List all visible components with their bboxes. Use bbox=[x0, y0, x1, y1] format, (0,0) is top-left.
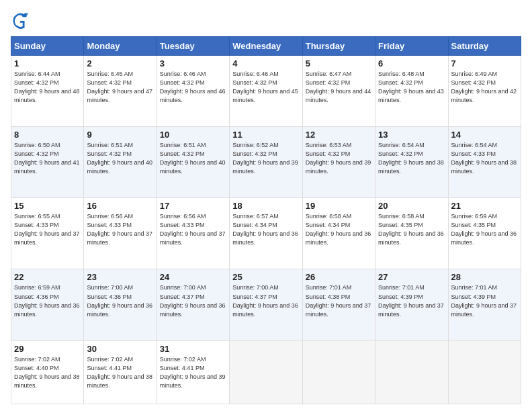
day-number: 30 bbox=[87, 344, 153, 354]
logo-icon bbox=[11, 11, 30, 30]
day-info: Sunrise: 7:01 AM Sunset: 4:39 PM Dayligh… bbox=[378, 283, 445, 318]
day-number: 14 bbox=[451, 130, 518, 140]
weekday-header-tuesday: Tuesday bbox=[157, 37, 229, 56]
day-number: 22 bbox=[14, 272, 81, 282]
weekday-header-saturday: Saturday bbox=[448, 37, 521, 56]
calendar-cell bbox=[375, 340, 448, 404]
weekday-header-thursday: Thursday bbox=[302, 37, 375, 56]
calendar-week-row: 15 Sunrise: 6:55 AM Sunset: 4:33 PM Dayl… bbox=[11, 198, 521, 269]
day-info: Sunrise: 6:57 AM Sunset: 4:34 PM Dayligh… bbox=[232, 212, 299, 247]
day-info: Sunrise: 7:00 AM Sunset: 4:36 PM Dayligh… bbox=[87, 283, 153, 318]
day-number: 1 bbox=[14, 58, 81, 68]
calendar-cell: 3 Sunrise: 6:46 AM Sunset: 4:32 PM Dayli… bbox=[157, 56, 229, 127]
day-number: 7 bbox=[451, 58, 518, 68]
day-info: Sunrise: 6:47 AM Sunset: 4:32 PM Dayligh… bbox=[306, 70, 372, 105]
day-info: Sunrise: 6:45 AM Sunset: 4:32 PM Dayligh… bbox=[87, 70, 153, 105]
day-info: Sunrise: 6:55 AM Sunset: 4:33 PM Dayligh… bbox=[14, 212, 81, 247]
day-info: Sunrise: 6:49 AM Sunset: 4:32 PM Dayligh… bbox=[451, 70, 518, 105]
day-number: 25 bbox=[232, 272, 299, 282]
day-number: 20 bbox=[378, 201, 445, 211]
day-number: 3 bbox=[160, 58, 226, 68]
day-info: Sunrise: 6:56 AM Sunset: 4:33 PM Dayligh… bbox=[87, 212, 153, 247]
day-number: 13 bbox=[378, 130, 445, 140]
calendar-cell: 24 Sunrise: 7:00 AM Sunset: 4:37 PM Dayl… bbox=[157, 269, 229, 340]
day-number: 5 bbox=[306, 58, 372, 68]
day-info: Sunrise: 6:54 AM Sunset: 4:33 PM Dayligh… bbox=[451, 141, 518, 176]
day-info: Sunrise: 6:44 AM Sunset: 4:32 PM Dayligh… bbox=[14, 70, 81, 105]
day-info: Sunrise: 7:00 AM Sunset: 4:37 PM Dayligh… bbox=[232, 283, 299, 318]
calendar-cell: 5 Sunrise: 6:47 AM Sunset: 4:32 PM Dayli… bbox=[302, 56, 375, 127]
day-info: Sunrise: 6:54 AM Sunset: 4:32 PM Dayligh… bbox=[378, 141, 445, 176]
calendar-week-row: 1 Sunrise: 6:44 AM Sunset: 4:32 PM Dayli… bbox=[11, 56, 521, 127]
calendar-cell: 25 Sunrise: 7:00 AM Sunset: 4:37 PM Dayl… bbox=[230, 269, 302, 340]
calendar-cell: 21 Sunrise: 6:59 AM Sunset: 4:35 PM Dayl… bbox=[448, 198, 521, 269]
day-number: 23 bbox=[87, 272, 153, 282]
day-number: 12 bbox=[306, 130, 372, 140]
day-number: 8 bbox=[14, 130, 81, 140]
day-number: 4 bbox=[232, 58, 299, 68]
weekday-header-wednesday: Wednesday bbox=[230, 37, 302, 56]
day-number: 18 bbox=[232, 201, 299, 211]
calendar-cell bbox=[230, 340, 302, 404]
day-info: Sunrise: 6:59 AM Sunset: 4:36 PM Dayligh… bbox=[14, 283, 81, 318]
day-number: 6 bbox=[378, 58, 445, 68]
day-info: Sunrise: 6:53 AM Sunset: 4:32 PM Dayligh… bbox=[306, 141, 372, 176]
calendar-cell: 7 Sunrise: 6:49 AM Sunset: 4:32 PM Dayli… bbox=[448, 56, 521, 127]
calendar-cell: 12 Sunrise: 6:53 AM Sunset: 4:32 PM Dayl… bbox=[302, 127, 375, 198]
day-number: 11 bbox=[232, 130, 299, 140]
day-number: 26 bbox=[306, 272, 372, 282]
calendar-week-row: 29 Sunrise: 7:02 AM Sunset: 4:40 PM Dayl… bbox=[11, 340, 521, 404]
day-number: 21 bbox=[451, 201, 518, 211]
page: SundayMondayTuesdayWednesdayThursdayFrid… bbox=[0, 0, 532, 411]
logo bbox=[11, 11, 32, 30]
day-number: 28 bbox=[451, 272, 518, 282]
calendar-cell: 8 Sunrise: 6:50 AM Sunset: 4:32 PM Dayli… bbox=[11, 127, 84, 198]
calendar-cell: 2 Sunrise: 6:45 AM Sunset: 4:32 PM Dayli… bbox=[84, 56, 157, 127]
weekday-header-row: SundayMondayTuesdayWednesdayThursdayFrid… bbox=[11, 37, 521, 56]
calendar-cell: 20 Sunrise: 6:58 AM Sunset: 4:35 PM Dayl… bbox=[375, 198, 448, 269]
calendar-table: SundayMondayTuesdayWednesdayThursdayFrid… bbox=[11, 36, 521, 404]
calendar-cell: 31 Sunrise: 7:02 AM Sunset: 4:41 PM Dayl… bbox=[157, 340, 229, 404]
calendar-cell: 16 Sunrise: 6:56 AM Sunset: 4:33 PM Dayl… bbox=[84, 198, 157, 269]
calendar-cell: 4 Sunrise: 6:46 AM Sunset: 4:32 PM Dayli… bbox=[230, 56, 302, 127]
day-info: Sunrise: 6:56 AM Sunset: 4:33 PM Dayligh… bbox=[160, 212, 226, 247]
day-number: 19 bbox=[306, 201, 372, 211]
day-number: 10 bbox=[160, 130, 226, 140]
calendar-cell: 30 Sunrise: 7:02 AM Sunset: 4:41 PM Dayl… bbox=[84, 340, 157, 404]
day-number: 9 bbox=[87, 130, 153, 140]
calendar-cell: 29 Sunrise: 7:02 AM Sunset: 4:40 PM Dayl… bbox=[11, 340, 84, 404]
weekday-header-sunday: Sunday bbox=[11, 37, 84, 56]
calendar-cell: 11 Sunrise: 6:52 AM Sunset: 4:32 PM Dayl… bbox=[230, 127, 302, 198]
day-number: 31 bbox=[160, 344, 226, 354]
day-info: Sunrise: 6:46 AM Sunset: 4:32 PM Dayligh… bbox=[160, 70, 226, 105]
day-info: Sunrise: 7:01 AM Sunset: 4:39 PM Dayligh… bbox=[451, 283, 518, 318]
calendar-cell: 18 Sunrise: 6:57 AM Sunset: 4:34 PM Dayl… bbox=[230, 198, 302, 269]
day-info: Sunrise: 6:59 AM Sunset: 4:35 PM Dayligh… bbox=[451, 212, 518, 247]
calendar-cell: 22 Sunrise: 6:59 AM Sunset: 4:36 PM Dayl… bbox=[11, 269, 84, 340]
calendar-cell: 23 Sunrise: 7:00 AM Sunset: 4:36 PM Dayl… bbox=[84, 269, 157, 340]
calendar-cell: 28 Sunrise: 7:01 AM Sunset: 4:39 PM Dayl… bbox=[448, 269, 521, 340]
day-number: 27 bbox=[378, 272, 445, 282]
calendar-cell: 1 Sunrise: 6:44 AM Sunset: 4:32 PM Dayli… bbox=[11, 56, 84, 127]
header bbox=[11, 11, 521, 30]
calendar-cell: 6 Sunrise: 6:48 AM Sunset: 4:32 PM Dayli… bbox=[375, 56, 448, 127]
day-number: 2 bbox=[87, 58, 153, 68]
calendar-cell: 9 Sunrise: 6:51 AM Sunset: 4:32 PM Dayli… bbox=[84, 127, 157, 198]
calendar-cell: 26 Sunrise: 7:01 AM Sunset: 4:38 PM Dayl… bbox=[302, 269, 375, 340]
calendar-cell: 15 Sunrise: 6:55 AM Sunset: 4:33 PM Dayl… bbox=[11, 198, 84, 269]
calendar-cell bbox=[302, 340, 375, 404]
day-info: Sunrise: 7:01 AM Sunset: 4:38 PM Dayligh… bbox=[306, 283, 372, 318]
weekday-header-friday: Friday bbox=[375, 37, 448, 56]
calendar-cell: 13 Sunrise: 6:54 AM Sunset: 4:32 PM Dayl… bbox=[375, 127, 448, 198]
calendar-cell: 14 Sunrise: 6:54 AM Sunset: 4:33 PM Dayl… bbox=[448, 127, 521, 198]
day-info: Sunrise: 7:02 AM Sunset: 4:40 PM Dayligh… bbox=[14, 355, 81, 390]
day-info: Sunrise: 6:51 AM Sunset: 4:32 PM Dayligh… bbox=[87, 141, 153, 176]
day-number: 17 bbox=[160, 201, 226, 211]
day-info: Sunrise: 7:00 AM Sunset: 4:37 PM Dayligh… bbox=[160, 283, 226, 318]
day-info: Sunrise: 6:51 AM Sunset: 4:32 PM Dayligh… bbox=[160, 141, 226, 176]
calendar-cell: 10 Sunrise: 6:51 AM Sunset: 4:32 PM Dayl… bbox=[157, 127, 229, 198]
day-info: Sunrise: 6:58 AM Sunset: 4:34 PM Dayligh… bbox=[306, 212, 372, 247]
day-info: Sunrise: 6:50 AM Sunset: 4:32 PM Dayligh… bbox=[14, 141, 81, 176]
calendar-cell: 27 Sunrise: 7:01 AM Sunset: 4:39 PM Dayl… bbox=[375, 269, 448, 340]
calendar-cell: 19 Sunrise: 6:58 AM Sunset: 4:34 PM Dayl… bbox=[302, 198, 375, 269]
